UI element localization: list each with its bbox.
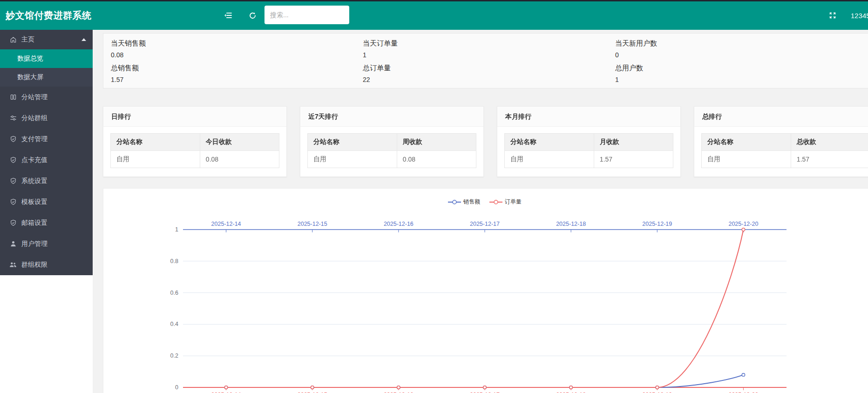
svg-text:2025-12-15: 2025-12-15	[298, 221, 327, 227]
stat-label: 总用户数	[615, 64, 868, 73]
svg-text:2025-12-18: 2025-12-18	[556, 221, 586, 227]
stat-total-sales: 总销售额1.57	[111, 64, 363, 88]
svg-text:0.8: 0.8	[170, 258, 178, 264]
rank-cell: 自用	[308, 151, 397, 168]
site-manage-icon	[9, 94, 17, 101]
stat-value: 1	[363, 51, 615, 59]
stat-label: 总订单量	[363, 64, 615, 73]
sidebar-item-label: 邮箱设置	[21, 219, 47, 227]
rank-cell: 0.08	[200, 151, 279, 168]
caret-up-icon	[81, 38, 86, 41]
search-input[interactable]	[264, 6, 349, 24]
rank-col-header: 分站名称	[702, 134, 791, 151]
svg-text:0.4: 0.4	[170, 321, 178, 327]
sidebar-item-label: 分站群组	[21, 114, 47, 122]
sidebar-item-label: 数据大屏	[17, 73, 43, 81]
stat-label: 当天新用户数	[615, 39, 868, 48]
rank-cell: 自用	[505, 151, 594, 168]
fullscreen-icon[interactable]	[825, 8, 840, 23]
window-top-edge	[0, 0, 868, 1]
rank-col-header: 今日收款	[200, 134, 279, 151]
rank-card-month: 本月排行分站名称月收款自用1.57	[497, 106, 681, 177]
legend-item-orders[interactable]: 订单量	[489, 198, 522, 206]
stat-label: 当天订单量	[363, 39, 615, 48]
sidebar-item-label: 系统设置	[21, 177, 47, 185]
rank-card-title: 日排行	[103, 107, 286, 127]
legend-item-sales[interactable]: 销售额	[448, 198, 480, 206]
sidebar-item-label: 数据总览	[17, 54, 43, 63]
rank-data-row: 自用1.57	[505, 151, 673, 168]
stat-label: 总销售额	[111, 64, 363, 73]
stat-value: 1	[615, 76, 868, 83]
sidebar-item-payment-manage[interactable]: 支付管理	[0, 129, 93, 149]
rank-cell: 1.57	[594, 151, 673, 168]
rank-cell: 自用	[111, 151, 200, 168]
sidebar-item-label: 群组权限	[21, 261, 47, 269]
stat-today-new-users: 当天新用户数0	[615, 39, 868, 63]
svg-text:2025-12-16: 2025-12-16	[384, 221, 414, 227]
rank-cell: 1.57	[791, 151, 868, 168]
chart-plot: 00.20.40.60.812025-12-142025-12-152025-1…	[103, 189, 868, 393]
rank-card-body: 分站名称月收款自用1.57	[497, 127, 680, 168]
stat-total-users: 总用户数1	[615, 64, 868, 88]
rank-card-total: 总排行分站名称总收款自用1.57	[694, 106, 868, 177]
username[interactable]: 12345	[851, 1, 868, 30]
system-settings-icon	[9, 177, 17, 185]
rank-col-header: 分站名称	[308, 134, 397, 151]
sidebar-item-mail-settings[interactable]: 邮箱设置	[0, 212, 93, 233]
rank-header-row: 分站名称总收款	[702, 134, 868, 151]
rank-header-row: 分站名称月收款	[505, 134, 673, 151]
header-bar: 妙文馆付费进群系统 12345	[0, 1, 868, 30]
svg-text:0.6: 0.6	[170, 290, 178, 296]
rank-col-header: 分站名称	[505, 134, 594, 151]
rank-data-row: 自用1.57	[702, 151, 868, 168]
sidebar-item-group-permission[interactable]: 群组权限	[0, 254, 93, 275]
rank-card-title: 近7天排行	[300, 107, 483, 127]
menu-fold-icon[interactable]	[221, 8, 236, 23]
rank-data-row: 自用0.08	[111, 151, 279, 168]
rank-card-body: 分站名称今日收款自用0.08	[103, 127, 286, 168]
svg-text:2025-12-19: 2025-12-19	[642, 221, 672, 227]
app-title: 妙文馆付费进群系统	[6, 1, 92, 30]
sidebar-item-data-screen[interactable]: 数据大屏	[0, 68, 93, 87]
svg-text:2025-12-17: 2025-12-17	[470, 221, 500, 227]
sidebar-item-user-manage[interactable]: 用户管理	[0, 233, 93, 254]
rank-col-header: 总收款	[791, 134, 868, 151]
rank-header-row: 分站名称今日收款	[111, 134, 279, 151]
chart-legend: 销售额订单量	[448, 198, 522, 206]
user-manage-icon	[9, 240, 17, 248]
rank-card-body: 分站名称周收款自用0.08	[300, 127, 483, 168]
refresh-icon[interactable]	[245, 8, 260, 23]
site-group-icon	[9, 115, 17, 122]
payment-manage-icon	[9, 136, 17, 143]
svg-text:2025-12-20: 2025-12-20	[728, 221, 758, 227]
sidebar-item-system-settings[interactable]: 系统设置	[0, 170, 93, 191]
rank-col-header: 分站名称	[111, 134, 200, 151]
group-permission-icon	[9, 261, 17, 269]
rank-col-header: 月收款	[594, 134, 673, 151]
sidebar-item-site-group[interactable]: 分站群组	[0, 108, 93, 129]
stat-value: 0	[615, 51, 868, 59]
rank-card-title: 总排行	[694, 107, 868, 127]
sidebar-item-label: 用户管理	[21, 240, 47, 248]
sidebar-item-label: 点卡充值	[21, 156, 47, 164]
rank-header-row: 分站名称周收款	[308, 134, 476, 151]
stat-value: 22	[363, 76, 615, 83]
sidebar-item-template-settings[interactable]: 模板设置	[0, 191, 93, 212]
rank-card-week: 近7天排行分站名称周收款自用0.08	[300, 106, 484, 177]
legend-marker	[489, 200, 502, 204]
rank-cell: 0.08	[397, 151, 476, 168]
stats-panel: 当天销售额0.08当天订单量1当天新用户数0总销售额1.57总订单量22总用户数…	[103, 33, 868, 88]
rank-data-row: 自用0.08	[308, 151, 476, 168]
sidebar-item-card-recharge[interactable]: 点卡充值	[0, 149, 93, 170]
sidebar: 主页数据总览数据大屏分站管理分站群组支付管理点卡充值系统设置模板设置邮箱设置用户…	[0, 30, 93, 393]
svg-text:1: 1	[175, 226, 178, 233]
rank-card-daily: 日排行分站名称今日收款自用0.08	[103, 106, 287, 177]
svg-text:0: 0	[175, 384, 178, 391]
sidebar-item-label: 主页	[21, 35, 34, 44]
sidebar-item-data-overview[interactable]: 数据总览	[0, 49, 93, 68]
card-recharge-icon	[9, 156, 17, 164]
sidebar-item-home[interactable]: 主页	[0, 30, 93, 49]
sidebar-item-site-manage[interactable]: 分站管理	[0, 87, 93, 108]
rank-cell: 自用	[702, 151, 791, 168]
